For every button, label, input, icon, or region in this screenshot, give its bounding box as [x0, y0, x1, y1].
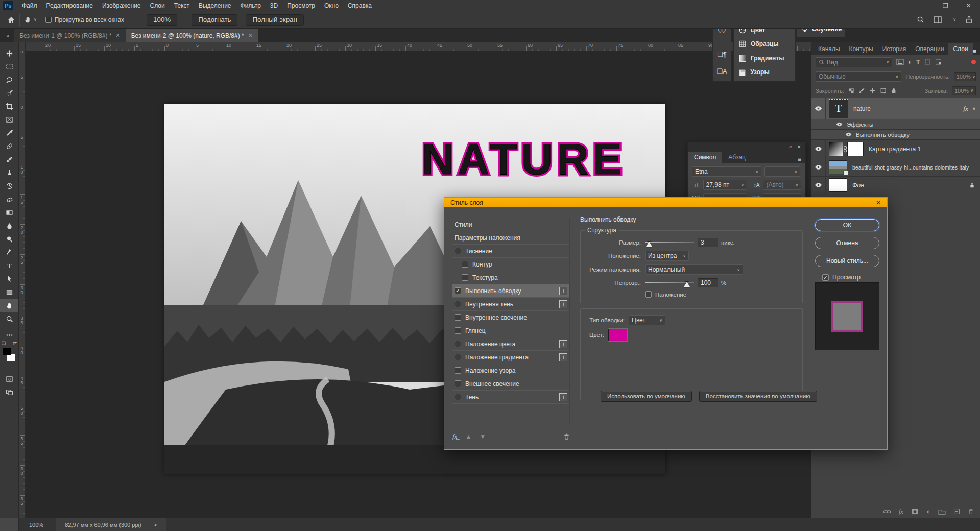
font-style-select[interactable]: ∨ [764, 166, 800, 177]
move-effect-down-icon[interactable]: ▼ [480, 433, 486, 440]
blur-tool[interactable] [0, 219, 18, 232]
filter-adjustment-layers-icon[interactable]: ◐ [908, 58, 912, 66]
reset-default-button[interactable]: Восстановить значения по умолчанию [699, 391, 817, 402]
lock-all-icon[interactable] [891, 87, 897, 94]
add-instance-icon[interactable]: + [559, 340, 567, 348]
opacity-slider[interactable] [645, 279, 694, 286]
text-layer-thumbnail[interactable]: T [829, 99, 848, 118]
menu-window[interactable]: Окно [320, 0, 343, 11]
lasso-tool[interactable] [0, 73, 18, 86]
checkbox[interactable] [455, 394, 461, 400]
delete-effect-icon[interactable] [563, 433, 570, 440]
move-tool[interactable] [0, 46, 18, 60]
close-icon[interactable]: ✕ [797, 144, 801, 150]
tab-layers[interactable]: Слои [948, 43, 972, 55]
hand-tool-icon[interactable] [24, 16, 32, 23]
menu-layers[interactable]: Слои [146, 0, 170, 11]
close-tab-icon[interactable]: ✕ [248, 32, 253, 39]
style-item-satin[interactable]: Глянец [452, 324, 569, 337]
font-size-select[interactable]: 27,98 пт∨ [703, 180, 747, 190]
size-input[interactable]: 3 [698, 238, 718, 247]
link-layers-icon[interactable] [883, 509, 891, 514]
document-tab-2[interactable]: Без имени-2 @ 100% (nature, RGB/8#) * ✕ [126, 29, 258, 42]
layer-style-icon[interactable]: fx [899, 508, 903, 516]
dodge-tool[interactable] [0, 232, 18, 246]
glyphs-icon[interactable]: ❏A [716, 67, 727, 75]
new-style-button[interactable]: Новый стиль... [815, 255, 879, 267]
marquee-tool[interactable] [0, 60, 18, 73]
opacity-value[interactable]: 100%∨ [954, 72, 976, 81]
stroke-color-swatch[interactable] [608, 329, 627, 341]
tab-character[interactable]: Символ [688, 152, 722, 163]
default-colors-icon[interactable]: ❏ [2, 341, 6, 346]
menu-image[interactable]: Изображение [98, 0, 146, 11]
visibility-eye-icon[interactable] [811, 98, 826, 119]
layer-search-input[interactable]: Вид ∨ [816, 57, 892, 67]
share-icon[interactable] [965, 16, 973, 24]
blend-mode-select[interactable]: Обычные∨ [816, 71, 901, 82]
checkbox[interactable] [455, 341, 461, 347]
move-effect-up-icon[interactable]: ▲ [465, 433, 471, 440]
add-instance-icon[interactable]: + [559, 353, 567, 361]
effects-row[interactable]: Эффекты [811, 119, 980, 130]
close-icon[interactable]: ✕ [876, 199, 881, 206]
swap-colors-icon[interactable]: ⇄ [13, 341, 17, 346]
path-select-tool[interactable] [0, 272, 18, 285]
hand-tool[interactable] [0, 299, 18, 312]
history-brush-tool[interactable] [0, 179, 18, 192]
font-family-select[interactable]: Etna∨ [692, 166, 761, 177]
style-item-pattern-overlay[interactable]: Наложение узора [452, 364, 569, 377]
checkbox[interactable] [462, 261, 468, 268]
chevron-down-icon[interactable]: ∨ [34, 17, 37, 22]
layer-fx-badge[interactable]: fx [963, 105, 968, 113]
style-item-inner-glow[interactable]: Внутреннее свечение [452, 311, 569, 324]
position-select[interactable]: Из центра∨ [645, 251, 689, 261]
menu-view[interactable]: Просмотр [282, 0, 320, 11]
minimize-icon[interactable]: ─ [911, 0, 934, 11]
gradients-panel-item[interactable]: Градиенты [734, 52, 795, 65]
visibility-eye-icon[interactable] [836, 122, 843, 127]
styles-header-item[interactable]: Стили [452, 218, 569, 231]
layer-row-gradient-map[interactable]: Карта градиента 1 [811, 140, 980, 158]
background-layer-thumbnail[interactable] [829, 178, 847, 192]
checkbox[interactable] [455, 380, 461, 387]
menu-select[interactable]: Выделение [194, 0, 236, 11]
visibility-eye-icon[interactable] [811, 140, 826, 158]
restore-icon[interactable]: ❐ [934, 0, 957, 11]
checkbox[interactable] [455, 354, 461, 360]
fullscreen-button[interactable]: Полный экран [246, 14, 303, 26]
collapse-chevrons-icon[interactable]: « [789, 144, 792, 150]
visibility-eye-icon[interactable] [811, 158, 826, 176]
leading-select[interactable]: (Авто)∨ [763, 180, 801, 190]
tab-channels[interactable]: Каналы [814, 43, 845, 55]
panel-menu-icon[interactable]: ≡ [973, 47, 977, 55]
gradient-tool[interactable] [0, 206, 18, 219]
fill-value[interactable]: 100%∨ [952, 86, 976, 95]
collapse-effects-icon[interactable]: ∧ [972, 106, 976, 111]
layer-row-background[interactable]: Фон [811, 177, 980, 194]
add-mask-icon[interactable] [911, 509, 919, 515]
healing-brush-tool[interactable] [0, 139, 18, 153]
chevron-right-icon[interactable]: > [154, 522, 157, 528]
checkbox[interactable] [455, 367, 461, 374]
menu-edit[interactable]: Редактирование [42, 0, 98, 11]
menu-filter[interactable]: Фильтр [236, 0, 266, 11]
swatches-panel-item[interactable]: Образцы [734, 37, 795, 51]
scroll-all-windows-checkbox[interactable] [45, 17, 52, 23]
crop-tool[interactable] [0, 100, 18, 113]
frame-tool[interactable] [0, 113, 18, 126]
checkbox[interactable] [455, 248, 461, 254]
blend-mode-select[interactable]: Нормальный∨ [645, 264, 743, 275]
rectangle-tool[interactable] [0, 285, 18, 299]
layer-row-photo[interactable]: beautiful-shot-grassy-hi...ountains-dolo… [811, 158, 980, 177]
adjustment-layer-icon[interactable]: ◐ [926, 508, 930, 515]
edit-toolbar-icon[interactable] [0, 328, 18, 342]
ok-button[interactable]: ОК [815, 219, 879, 231]
delete-layer-icon[interactable] [968, 508, 974, 515]
type-tool[interactable]: T [0, 259, 18, 272]
menu-file[interactable]: Файл [17, 0, 42, 11]
add-effect-icon[interactable]: fx͟ [452, 432, 457, 441]
filter-shape-layers-icon[interactable] [924, 59, 931, 65]
photo-layer-thumbnail[interactable] [829, 160, 847, 174]
gradient-map-thumbnail[interactable] [829, 142, 843, 156]
